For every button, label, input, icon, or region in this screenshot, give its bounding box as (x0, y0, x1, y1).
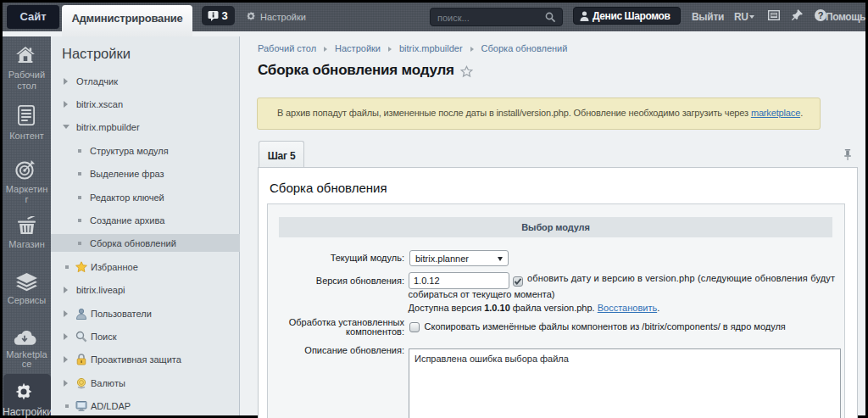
svg-text:?: ? (818, 10, 824, 20)
